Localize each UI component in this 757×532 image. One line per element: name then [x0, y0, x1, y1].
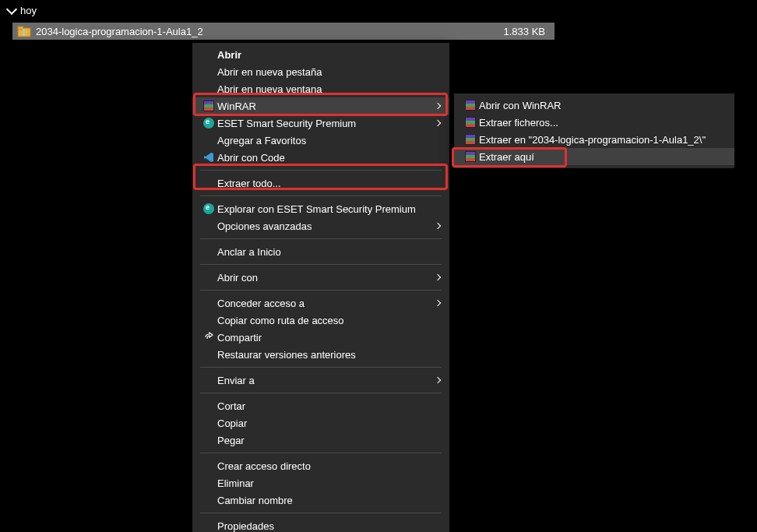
submenu-extract-here[interactable]: Extraer aquí — [454, 148, 734, 165]
menu-open-new-window[interactable]: Abrir en nueva ventana — [192, 80, 449, 97]
menu-separator — [200, 238, 442, 239]
menu-separator — [200, 367, 442, 368]
menu-rename[interactable]: Cambiar nombre — [192, 491, 449, 509]
eset-icon — [200, 117, 217, 129]
menu-add-favorites-label: Agregar a Favoritos — [217, 135, 440, 146]
menu-add-favorites[interactable]: Agregar a Favoritos — [192, 132, 449, 149]
menu-open[interactable]: Abrir — [192, 46, 449, 63]
menu-open-new-tab-label: Abrir en nueva pestaña — [217, 66, 440, 78]
submenu-arrow-icon — [435, 300, 441, 306]
file-row[interactable]: 2034-logica-programacion-1-Aula1_2 1.833… — [12, 23, 555, 40]
file-name: 2034-logica-programacion-1-Aula1_2 — [36, 26, 238, 37]
blank-icon — [200, 220, 217, 232]
submenu-extract-here-label: Extraer aquí — [479, 151, 725, 163]
menu-separator — [200, 513, 442, 513]
menu-copy-path-label: Copiar como ruta de acceso — [217, 315, 440, 326]
menu-open-new-tab[interactable]: Abrir en nueva pestaña — [192, 63, 449, 80]
file-size: 1.833 KB — [504, 26, 555, 37]
winrar-icon — [462, 150, 479, 163]
winrar-icon — [462, 99, 479, 111]
submenu-extract-to-folder-label: Extraer en "2034-logica-programacion-1-A… — [479, 134, 725, 146]
submenu-arrow-icon — [435, 223, 441, 229]
menu-share-label: Compartir — [217, 332, 440, 344]
menu-properties-label: Propiedades — [217, 520, 440, 532]
menu-copy-label: Copiar — [217, 417, 440, 429]
blank-icon — [200, 520, 217, 532]
menu-cut[interactable]: Cortar — [192, 397, 449, 414]
blank-icon — [200, 297, 217, 309]
submenu-arrow-icon — [435, 103, 441, 109]
menu-separator — [200, 290, 442, 291]
submenu-arrow-icon — [435, 120, 441, 126]
submenu-arrow-icon — [435, 377, 441, 383]
menu-create-shortcut-label: Crear acceso directo — [217, 460, 440, 472]
submenu-extract-files-label: Extraer ficheros... — [479, 117, 725, 129]
menu-copy-path[interactable]: Copiar como ruta de acceso — [192, 312, 449, 329]
menu-scan-eset[interactable]: Explorar con ESET Smart Security Premium — [192, 200, 449, 217]
submenu-extract-files[interactable]: Extraer ficheros... — [454, 114, 734, 131]
menu-open-label: Abrir — [217, 49, 440, 61]
eset-icon — [200, 203, 217, 215]
winrar-icon — [462, 116, 479, 129]
menu-pin-start-label: Anclar a Inicio — [217, 246, 440, 258]
menu-pin-start[interactable]: Anclar a Inicio — [192, 243, 449, 260]
menu-winrar[interactable]: WinRAR — [192, 97, 449, 115]
blank-icon — [200, 348, 217, 361]
blank-icon — [200, 271, 217, 284]
menu-advanced-options-label: Opciones avanzadas — [217, 220, 435, 232]
menu-rename-label: Cambiar nombre — [217, 495, 440, 506]
menu-grant-access[interactable]: Conceder acceso a — [192, 294, 449, 312]
winrar-submenu: Abrir con WinRAR Extraer ficheros... Ext… — [454, 93, 734, 168]
menu-extract-all[interactable]: Extraer todo... — [192, 174, 449, 192]
share-icon — [200, 331, 217, 344]
blank-icon — [200, 434, 217, 446]
menu-send-to[interactable]: Enviar a — [192, 372, 449, 389]
svg-rect-2 — [23, 29, 25, 36]
menu-paste-label: Pegar — [217, 435, 440, 446]
menu-advanced-options[interactable]: Opciones avanzadas — [192, 217, 449, 234]
menu-copy[interactable]: Copiar — [192, 414, 449, 432]
menu-separator — [200, 196, 442, 196]
menu-separator — [200, 453, 442, 453]
menu-paste[interactable]: Pegar — [192, 432, 449, 449]
menu-create-shortcut[interactable]: Crear acceso directo — [192, 457, 449, 474]
menu-grant-access-label: Conceder acceso a — [217, 298, 435, 309]
menu-send-to-label: Enviar a — [217, 375, 435, 386]
menu-open-with-code-label: Abrir con Code — [217, 152, 440, 164]
menu-extract-all-label: Extraer todo... — [217, 178, 440, 189]
menu-open-with[interactable]: Abrir con — [192, 269, 449, 286]
blank-icon — [200, 400, 217, 412]
winrar-icon — [200, 100, 217, 112]
menu-separator — [200, 264, 442, 265]
menu-delete[interactable]: Eliminar — [192, 474, 449, 491]
submenu-open-winrar-label: Abrir con WinRAR — [479, 100, 725, 111]
group-header[interactable]: hoy — [0, 0, 757, 21]
menu-restore-versions-label: Restaurar versiones anteriores — [217, 349, 440, 361]
menu-share[interactable]: Compartir — [192, 329, 449, 346]
submenu-open-winrar[interactable]: Abrir con WinRAR — [454, 97, 734, 114]
blank-icon — [200, 314, 217, 326]
vscode-icon — [200, 151, 217, 164]
submenu-extract-to-folder[interactable]: Extraer en "2034-logica-programacion-1-A… — [454, 131, 734, 148]
blank-icon — [200, 83, 217, 95]
menu-scan-eset-label: Explorar con ESET Smart Security Premium — [217, 203, 440, 215]
menu-open-with-label: Abrir con — [217, 272, 435, 284]
menu-separator — [200, 170, 442, 171]
blank-icon — [200, 134, 217, 146]
menu-restore-versions[interactable]: Restaurar versiones anteriores — [192, 346, 449, 363]
menu-open-with-code[interactable]: Abrir con Code — [192, 149, 449, 166]
blank-icon — [200, 65, 217, 78]
menu-eset-smart[interactable]: ESET Smart Security Premium — [192, 115, 449, 132]
menu-cut-label: Cortar — [217, 400, 440, 412]
context-menu: Abrir Abrir en nueva pestaña Abrir en nu… — [192, 43, 449, 532]
menu-open-new-window-label: Abrir en nueva ventana — [217, 83, 440, 95]
blank-icon — [200, 494, 217, 506]
menu-properties[interactable]: Propiedades — [192, 517, 449, 532]
chevron-down-icon — [6, 4, 17, 15]
zip-icon — [17, 25, 31, 37]
menu-delete-label: Eliminar — [217, 477, 440, 489]
blank-icon — [200, 48, 217, 61]
submenu-arrow-icon — [435, 274, 441, 280]
menu-separator — [200, 393, 442, 393]
group-label: hoy — [20, 5, 37, 16]
